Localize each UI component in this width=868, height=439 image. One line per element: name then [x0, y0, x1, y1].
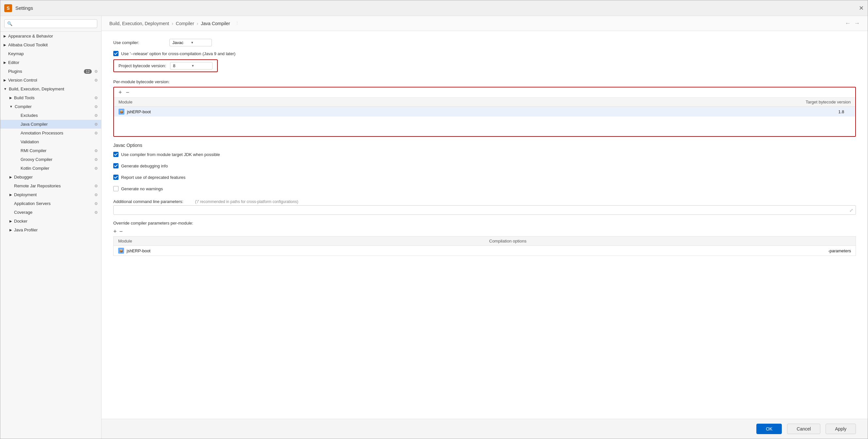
main-header: Build, Execution, Deployment › Compiler …	[101, 16, 868, 31]
back-icon[interactable]: ←	[845, 20, 851, 27]
expand-icon: ⤢	[849, 208, 853, 213]
gear-icon: ⚙	[94, 104, 98, 109]
sidebar-item-label: Validation	[21, 139, 98, 144]
checkbox-option4[interactable]	[113, 186, 119, 191]
expand-arrow-icon: ▶	[4, 34, 6, 38]
sidebar-item-groovy-compiler[interactable]: ▶ Groovy Compiler ⚙	[0, 155, 101, 164]
add-module-button[interactable]: +	[118, 89, 123, 95]
sidebar-item-alibaba[interactable]: ▶ Alibaba Cloud Toolkit	[0, 40, 101, 49]
sidebar-item-label: Java Compiler	[21, 122, 93, 127]
sidebar-item-validation[interactable]: ▶ Validation	[0, 137, 101, 146]
sidebar-item-version-control[interactable]: ▶ Version Control ⚙	[0, 76, 101, 85]
sidebar-item-excludes[interactable]: ▶ Excludes ⚙	[0, 111, 101, 120]
table-empty-area	[114, 117, 855, 136]
search-box	[0, 16, 101, 32]
sidebar-item-debugger[interactable]: ▶ Debugger	[0, 173, 101, 182]
project-bytecode-section: Project bytecode version: 8 ▾	[113, 59, 218, 72]
checkbox-option1[interactable]	[113, 152, 119, 157]
expand-arrow-icon: ▶	[9, 219, 12, 223]
sidebar-item-java-compiler[interactable]: ▶ Java Compiler ⚙	[0, 120, 101, 129]
sidebar-item-deployment[interactable]: ▶ Deployment ⚙	[0, 190, 101, 199]
sidebar-item-build-exec-deploy[interactable]: ▼ Build, Execution, Deployment	[0, 85, 101, 93]
search-input[interactable]	[4, 19, 97, 28]
breadcrumb-current: Java Compiler	[201, 21, 230, 26]
sidebar: ▶ Appearance & Behavior ▶ Alibaba Cloud …	[0, 16, 101, 439]
checkbox-option3[interactable]	[113, 175, 119, 180]
sidebar-item-editor[interactable]: ▶ Editor	[0, 58, 101, 67]
gear-icon: ⚙	[94, 131, 98, 135]
override-remove-button[interactable]: −	[120, 228, 123, 235]
gear-icon: ⚙	[94, 96, 98, 100]
sidebar-item-keymap[interactable]: ▶ Keymap	[0, 49, 101, 58]
table-row[interactable]: 📦 jshERP-boot 1.8	[114, 107, 855, 117]
table-toolbar: + −	[114, 88, 855, 98]
main-body: Use compiler: Javac ▾ Use '--release' op…	[101, 31, 868, 419]
main-panel: Build, Execution, Deployment › Compiler …	[101, 16, 868, 439]
expand-arrow-icon: ▶	[9, 228, 12, 232]
override-label: Override compiler parameters per-module:	[113, 221, 856, 225]
gear-icon: ⚙	[94, 193, 98, 197]
override-module-icon: 📦	[118, 248, 124, 254]
cancel-button[interactable]: Cancel	[787, 424, 820, 434]
sidebar-item-plugins[interactable]: ▶ Plugins 12 ⚙	[0, 67, 101, 76]
cmd-params-row: Additional command line parameters: ('/'…	[113, 199, 856, 204]
compiler-select[interactable]: Javac ▾	[169, 39, 212, 46]
sidebar-item-label: Plugins	[8, 69, 84, 74]
sidebar-item-kotlin-compiler[interactable]: ▶ Kotlin Compiler ⚙	[0, 164, 101, 173]
checkbox-release[interactable]	[113, 51, 119, 56]
override-add-button[interactable]: +	[113, 228, 117, 235]
sidebar-item-label: Coverage	[14, 210, 93, 215]
module-icon: 📦	[119, 109, 124, 115]
forward-icon[interactable]: →	[854, 20, 860, 27]
gear-icon: ⚙	[94, 166, 98, 171]
cmd-hint: ('/' recommended in paths for cross-plat…	[195, 199, 298, 204]
sidebar-item-java-profiler[interactable]: ▶ Java Profiler	[0, 225, 101, 234]
sidebar-item-label: Java Profiler	[14, 227, 98, 232]
sidebar-item-app-servers[interactable]: ▶ Application Servers ⚙	[0, 199, 101, 208]
sidebar-item-docker[interactable]: ▶ Docker	[0, 217, 101, 225]
sidebar-item-appearance[interactable]: ▶ Appearance & Behavior	[0, 32, 101, 40]
override-table-row[interactable]: 📦 jshERP-boot -parameters	[113, 246, 856, 256]
cmd-params-input[interactable]	[113, 205, 856, 215]
gear-icon: ⚙	[94, 149, 98, 153]
sidebar-item-label: Application Servers	[14, 201, 93, 206]
override-module-options: -parameters	[822, 248, 851, 253]
sidebar-item-annotation-processors[interactable]: ▶ Annotation Processors ⚙	[0, 129, 101, 137]
checkbox-release-row: Use '--release' option for cross-compila…	[113, 51, 856, 56]
col-target-header: Target bytecode version	[485, 98, 856, 106]
sidebar-item-label: Deployment	[14, 192, 93, 197]
sidebar-item-label: RMI Compiler	[21, 148, 93, 153]
bytecode-val: 1.8	[811, 109, 851, 114]
project-bytecode-label: Project bytecode version:	[119, 63, 166, 68]
gear-icon: ⚙	[94, 113, 98, 118]
gear-icon: ⚙	[94, 157, 98, 162]
override-table-header: Module Compilation options	[113, 236, 856, 246]
expand-arrow-icon: ▶	[4, 43, 6, 47]
sidebar-item-label: Annotation Processors	[21, 131, 93, 135]
sidebar-item-label: Remote Jar Repositories	[14, 183, 93, 188]
footer: OK Cancel Apply	[101, 419, 868, 439]
ok-button[interactable]: OK	[756, 424, 782, 434]
sidebar-item-compiler[interactable]: ▼ Compiler ⚙	[0, 102, 101, 111]
checkbox-option2[interactable]	[113, 163, 119, 168]
remove-module-button[interactable]: −	[125, 89, 130, 95]
plugins-badge: 12	[84, 69, 92, 74]
expand-arrow-icon: ▼	[4, 87, 7, 91]
bytecode-select[interactable]: 8 ▾	[170, 62, 213, 69]
gear-icon: ⚙	[94, 201, 98, 206]
checkbox-option3-row: Report use of deprecated features	[113, 175, 856, 180]
javac-options-group: Use compiler from module target JDK when…	[113, 152, 856, 194]
javac-options-title: Javac Options	[113, 143, 856, 148]
per-module-table: + − Module Target bytecode version 📦 jsh…	[113, 87, 856, 137]
module-name: jshERP-boot	[127, 109, 811, 114]
breadcrumb-sep2: ›	[197, 21, 198, 26]
close-icon[interactable]: ✕	[859, 5, 864, 12]
sidebar-item-rmi-compiler[interactable]: ▶ RMI Compiler ⚙	[0, 146, 101, 155]
sidebar-item-label: Version Control	[8, 78, 93, 83]
sidebar-item-build-tools[interactable]: ▶ Build Tools ⚙	[0, 93, 101, 102]
sidebar-item-remote-jar[interactable]: ▶ Remote Jar Repositories ⚙	[0, 182, 101, 190]
sidebar-item-coverage[interactable]: ▶ Coverage ⚙	[0, 208, 101, 217]
sidebar-item-label: Keymap	[8, 51, 98, 56]
apply-button[interactable]: Apply	[826, 424, 856, 434]
use-compiler-row: Use compiler: Javac ▾	[113, 39, 856, 46]
